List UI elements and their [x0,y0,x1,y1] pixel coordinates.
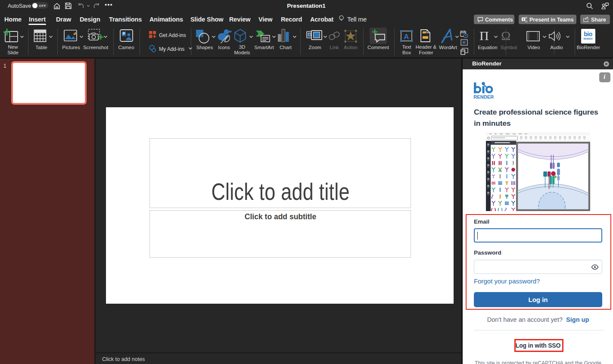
svg-text:T: T [523,18,525,22]
svg-text:P: P [123,31,125,36]
svg-text:RENDER: RENDER [473,94,494,100]
svg-text:A: A [404,33,409,41]
